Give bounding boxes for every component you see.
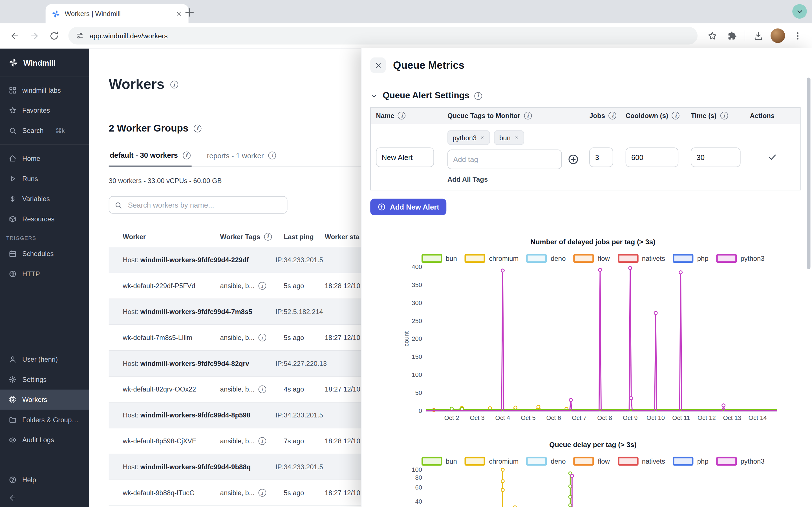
jobs-input[interactable] <box>589 147 613 167</box>
downloads-button[interactable] <box>749 26 767 45</box>
info-icon[interactable] <box>183 151 190 159</box>
info-icon[interactable] <box>194 124 202 132</box>
remove-tag-icon[interactable] <box>514 135 519 140</box>
add-all-tags-button[interactable]: Add All Tags <box>448 175 488 183</box>
legend-item-python3: python3 <box>716 457 764 466</box>
alert-column-actions: Actions <box>745 108 800 124</box>
worker-groups-text: 2 Worker Groups <box>109 122 189 134</box>
time-input[interactable] <box>691 147 741 167</box>
sidebar-item-user[interactable]: User (henri) <box>0 349 89 370</box>
chart-delayed-jobs: Number of delayed jobs per tag (> 3s)bun… <box>401 238 784 425</box>
tab-close-icon[interactable] <box>175 10 183 17</box>
info-icon[interactable] <box>258 282 266 290</box>
worker-search[interactable] <box>109 196 288 214</box>
browser-tab[interactable]: Workers | Windmill <box>46 4 189 23</box>
legend-item-deno: deno <box>526 457 566 466</box>
info-icon[interactable] <box>398 112 406 120</box>
svg-text:200: 200 <box>412 335 422 342</box>
worker-tags-text: ansible, b... <box>220 282 255 290</box>
sidebar-item-runs[interactable]: Runs <box>0 169 89 189</box>
add-tag-input[interactable] <box>448 150 562 169</box>
cube-icon <box>9 215 17 223</box>
extensions-button[interactable] <box>722 26 741 45</box>
info-icon[interactable] <box>258 334 266 342</box>
alert-column-name: Name <box>371 108 442 124</box>
sidebar-item-favorites[interactable]: Favorites <box>0 100 89 121</box>
add-new-alert-button[interactable]: Add New Alert <box>370 199 446 215</box>
confirm-alert-button[interactable] <box>767 152 777 162</box>
back-button[interactable] <box>5 26 24 45</box>
sidebar-item-search[interactable]: Search⌘k <box>0 121 89 141</box>
legend-swatch-chromium <box>465 457 485 466</box>
svg-text:Oct 13: Oct 13 <box>723 414 741 421</box>
search-input[interactable] <box>127 200 282 210</box>
bookmark-button[interactable] <box>703 26 721 45</box>
sidebar-item-help[interactable]: Help <box>0 470 89 490</box>
sidebar-item-schedules[interactable]: Schedules <box>0 244 89 264</box>
info-icon[interactable] <box>720 112 728 120</box>
chevron-down-icon <box>796 8 804 15</box>
info-icon[interactable] <box>672 112 680 120</box>
sidebar-item-label: Home <box>22 155 40 163</box>
url-text: app.windmill.dev/workers <box>90 32 168 40</box>
new-tab-button[interactable] <box>183 5 197 19</box>
sidebar-item-variables[interactable]: Variables <box>0 189 89 209</box>
info-icon[interactable] <box>258 489 266 497</box>
app-body: Windmill windmill-labsFavoritesSearch⌘k … <box>0 49 812 507</box>
remove-tag-icon[interactable] <box>480 135 485 140</box>
sidebar-item-settings[interactable]: Settings <box>0 369 89 390</box>
drawer-scrollbar[interactable] <box>807 78 811 269</box>
tab-label: default - 30 workers <box>110 151 178 159</box>
info-icon[interactable] <box>170 81 178 89</box>
forward-button[interactable] <box>25 26 43 45</box>
sidebar-item-audit-logs[interactable]: Audit Logs <box>0 430 89 450</box>
info-icon[interactable] <box>609 112 617 120</box>
gear-icon <box>9 376 17 383</box>
sidebar-item-home[interactable]: Home <box>0 149 89 169</box>
add-tag-button[interactable] <box>567 154 579 165</box>
close-icon <box>374 61 382 69</box>
tag-chip-bun[interactable]: bun <box>494 130 524 145</box>
calendar-icon <box>9 250 17 258</box>
site-settings-icon[interactable] <box>75 32 84 40</box>
svg-text:Oct 5: Oct 5 <box>521 414 536 421</box>
chart-canvas: 100806040 <box>401 466 784 507</box>
svg-text:40: 40 <box>415 498 422 505</box>
drawer-close-button[interactable] <box>370 57 386 73</box>
forward-icon <box>29 31 39 41</box>
info-icon[interactable] <box>258 437 266 445</box>
sidebar-item-workspace[interactable]: windmill-labs <box>0 80 89 101</box>
tag-chip-python3[interactable]: python3 <box>448 130 490 145</box>
worker-tags-cell: ansible, b... <box>220 334 284 342</box>
sidebar-collapse-button[interactable] <box>0 490 89 505</box>
sidebar-item-resources[interactable]: Resources <box>0 209 89 229</box>
browser-menu-button[interactable] <box>788 26 807 45</box>
svg-text:Oct 11: Oct 11 <box>672 414 690 421</box>
info-icon[interactable] <box>474 92 482 100</box>
address-bar[interactable]: app.windmill.dev/workers <box>68 27 698 45</box>
info-icon[interactable] <box>264 233 272 240</box>
legend-item-python3: python3 <box>716 254 764 263</box>
alert-column-label: Cooldown (s) <box>626 112 668 120</box>
info-icon[interactable] <box>258 385 266 393</box>
reload-button[interactable] <box>45 26 63 45</box>
profile-avatar[interactable] <box>770 29 785 43</box>
tab-search-button[interactable] <box>792 4 807 18</box>
tab-default-group[interactable]: default - 30 workers <box>109 147 192 167</box>
tab-reports-group[interactable]: reports - 1 worker <box>206 147 277 166</box>
sidebar-item-label: Variables <box>22 195 50 203</box>
windmill-brand[interactable]: Windmill <box>0 49 89 77</box>
legend-item-flow: flow <box>573 457 610 466</box>
column-last-ping: Last ping <box>284 233 314 240</box>
sidebar-item-label: HTTP <box>22 270 40 278</box>
alert-name-input[interactable] <box>376 147 434 167</box>
legend-label: chromium <box>489 255 519 263</box>
info-icon[interactable] <box>268 152 276 159</box>
sidebar-item-folders-groups[interactable]: Folders & Groups... <box>0 410 89 430</box>
sidebar-item-label: Resources <box>22 215 54 223</box>
sidebar-item-workers[interactable]: Workers <box>0 390 89 410</box>
cooldown-input[interactable] <box>626 147 678 167</box>
queue-alert-settings-header[interactable]: Queue Alert Settings <box>370 91 801 101</box>
info-icon[interactable] <box>524 112 532 120</box>
sidebar-item-http[interactable]: HTTP <box>0 264 89 284</box>
